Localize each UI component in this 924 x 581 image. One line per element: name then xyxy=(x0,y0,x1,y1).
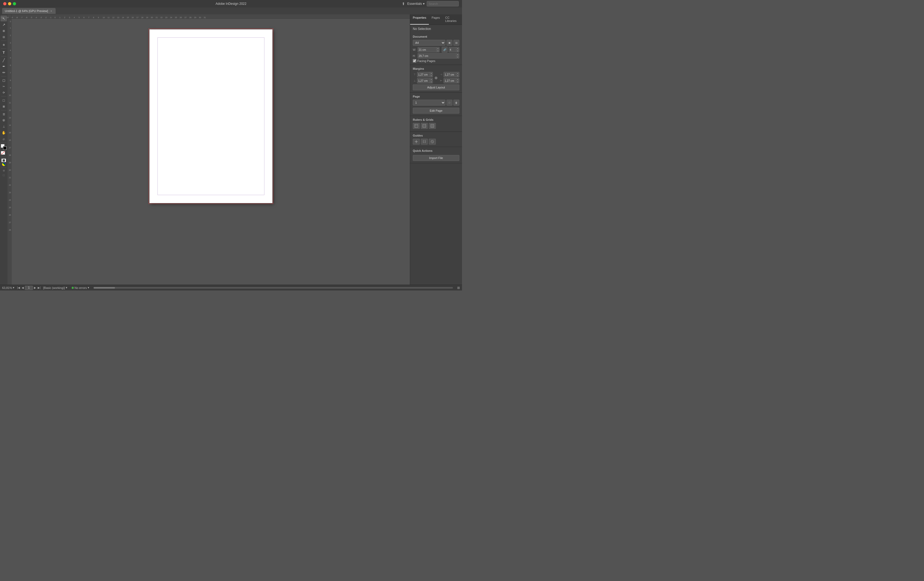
height-up[interactable]: ▲ xyxy=(456,53,459,56)
page-layout-btn-2[interactable]: ▤ xyxy=(454,40,459,46)
nav-first-btn[interactable]: |◀ xyxy=(16,286,21,289)
style-chevron[interactable]: ▾ xyxy=(66,286,68,290)
tab-close-icon[interactable]: × xyxy=(50,9,53,13)
nav-last-btn[interactable]: ▶| xyxy=(37,286,41,289)
gap-tool-btn[interactable]: ⊟ xyxy=(0,34,7,40)
horizontal-scrollbar[interactable] xyxy=(94,287,453,289)
tool-divider-5 xyxy=(1,96,7,97)
direct-selection-tool-btn[interactable]: ↗ xyxy=(0,21,7,28)
screen-mode-btn[interactable]: ⬚ xyxy=(1,173,7,177)
margin-left-down[interactable]: ▼ xyxy=(456,81,459,84)
guides-btn-3[interactable] xyxy=(429,139,436,145)
width-input[interactable]: 21 cm ▲ ▼ xyxy=(417,47,439,53)
workspace-selector[interactable]: Essentials ▾ xyxy=(407,2,424,6)
none-color-btn[interactable] xyxy=(1,151,7,156)
hand-tool-btn[interactable]: ✋ xyxy=(0,130,7,135)
pages-up[interactable]: ▲ xyxy=(456,47,459,50)
page-nav: |◀ ◀ ▶ ▶| xyxy=(16,286,41,290)
minimize-button[interactable] xyxy=(8,2,11,5)
page-tool-btn[interactable]: ⊞ xyxy=(0,28,7,34)
rulers-grids-btn-1[interactable] xyxy=(413,123,420,129)
adjust-layout-button[interactable]: Adjust Layout xyxy=(413,84,459,91)
top-ruler-area: -11 -10 -9 -8 -7 -6 -5 -4 -3 -2 -1 0 1 2… xyxy=(8,15,410,19)
tab-pages[interactable]: Pages xyxy=(429,15,442,25)
view-options-btn[interactable]: ⊞ xyxy=(457,286,460,290)
guides-btns xyxy=(413,139,459,145)
width-up[interactable]: ▲ xyxy=(437,47,439,50)
width-down[interactable]: ▼ xyxy=(437,50,439,53)
maximize-button[interactable] xyxy=(13,2,16,5)
content-collector-btn[interactable]: ⊕ xyxy=(0,42,7,48)
zoom-chevron[interactable]: ▾ xyxy=(13,286,15,290)
margin-bottom-up[interactable]: ▲ xyxy=(430,78,432,81)
facing-pages-checkbox[interactable] xyxy=(413,59,416,63)
share-icon[interactable]: ⬆ xyxy=(402,2,405,6)
import-file-button[interactable]: Import File xyxy=(413,155,459,161)
page-layout-btn-1[interactable]: ▣ xyxy=(447,40,452,46)
margin-top-input[interactable]: 1,27 cm ▲ ▼ xyxy=(417,72,433,77)
status-chevron[interactable]: ▾ xyxy=(88,286,89,290)
document-section-title: Document xyxy=(413,35,459,38)
titlebar: Adobe InDesign 2022 ⬆ Essentials ▾ xyxy=(0,0,462,8)
page-number-select[interactable]: 1 xyxy=(413,100,446,105)
margin-bottom-input[interactable]: 1,27 cm ▲ ▼ xyxy=(417,78,433,83)
document-page xyxy=(149,30,272,203)
search-input[interactable] xyxy=(427,1,459,7)
shear-tool-btn[interactable]: ✂ xyxy=(0,83,7,89)
margin-top-up[interactable]: ▲ xyxy=(430,72,432,75)
pages-input[interactable]: 4 ▲ ▼ xyxy=(449,47,459,53)
height-input[interactable]: 29,7 cm ▲ ▼ xyxy=(417,53,459,59)
margin-top-down[interactable]: ▼ xyxy=(430,75,432,77)
margin-bottom-down[interactable]: ▼ xyxy=(430,81,432,84)
canvas[interactable] xyxy=(12,19,410,285)
status-label: No errors xyxy=(74,286,87,290)
pencil-tool-btn[interactable]: ✏ xyxy=(0,69,7,76)
gradient-btn[interactable] xyxy=(2,163,6,166)
delete-page-btn[interactable]: 🗑 xyxy=(454,100,459,105)
color-mode-btn[interactable]: ⬛ xyxy=(1,158,6,162)
eyedropper-tool-btn[interactable]: ⦿ xyxy=(0,117,7,123)
guides-section: Guides xyxy=(410,132,462,147)
image-placeholder-btn[interactable]: ⊠ xyxy=(0,104,7,109)
type-tool-btn[interactable]: T xyxy=(0,49,7,55)
close-button[interactable] xyxy=(3,2,7,5)
nav-prev-btn[interactable]: ◀ xyxy=(21,286,24,289)
eraser-tool-btn[interactable]: ◻ xyxy=(0,77,7,83)
panel-tabs: Properties Pages CC Libraries xyxy=(410,15,462,25)
tab-properties[interactable]: Properties xyxy=(410,15,429,25)
free-transform-btn[interactable]: ⟳ xyxy=(0,89,7,95)
document-tab[interactable]: Untitled-1 @ 64% [GPU Preview] × xyxy=(2,8,56,14)
margin-chain-icon[interactable]: ⊕ xyxy=(434,76,439,80)
rulers-grids-btn-2[interactable] xyxy=(421,123,428,129)
edit-page-button[interactable]: Edit Page xyxy=(413,108,459,114)
svg-line-19 xyxy=(432,141,433,142)
margin-right-up[interactable]: ▲ xyxy=(456,72,459,75)
zoom-tool-btn[interactable]: ⌕ xyxy=(0,136,7,142)
margin-right-down[interactable]: ▼ xyxy=(456,75,459,77)
guides-btn-1[interactable] xyxy=(413,139,420,145)
margins-section: Margins ⊤ 1,27 cm ▲ ▼ xyxy=(410,65,462,93)
rulers-grids-title: Rulers & Grids xyxy=(413,118,459,121)
rulers-grids-btn-3[interactable] xyxy=(429,123,436,129)
guides-btn-2[interactable] xyxy=(421,139,428,145)
svg-rect-0 xyxy=(415,124,418,127)
link-dimensions-btn[interactable]: 🔗 xyxy=(442,47,447,53)
page-number-input[interactable] xyxy=(25,286,33,290)
margin-right-input[interactable]: 1,27 cm ▲ ▼ xyxy=(444,72,459,77)
rectangle-tool-btn[interactable]: □ xyxy=(0,97,7,103)
pen-tool-btn[interactable]: ✒ xyxy=(0,63,7,69)
view-mode-btn[interactable]: ⊡ xyxy=(1,169,7,172)
tab-cc-libraries[interactable]: CC Libraries xyxy=(442,15,462,25)
margin-left-input[interactable]: 1,27 cm ▲ ▼ xyxy=(444,78,459,83)
nav-next-btn[interactable]: ▶ xyxy=(33,286,36,289)
note-tool-btn[interactable]: ☰ xyxy=(0,111,7,117)
margin-top-icon: ⊤ xyxy=(413,73,417,76)
margin-left-up[interactable]: ▲ xyxy=(456,78,459,81)
pages-down[interactable]: ▼ xyxy=(456,50,459,53)
line-tool-btn[interactable]: ╱ xyxy=(0,57,7,63)
height-down[interactable]: ▼ xyxy=(456,56,459,59)
add-page-btn[interactable]: □ xyxy=(447,100,452,105)
measure-tool-btn[interactable]: ⊥ xyxy=(0,123,7,129)
document-preset-select[interactable]: A4 xyxy=(413,40,446,46)
color-selector[interactable] xyxy=(1,144,7,150)
